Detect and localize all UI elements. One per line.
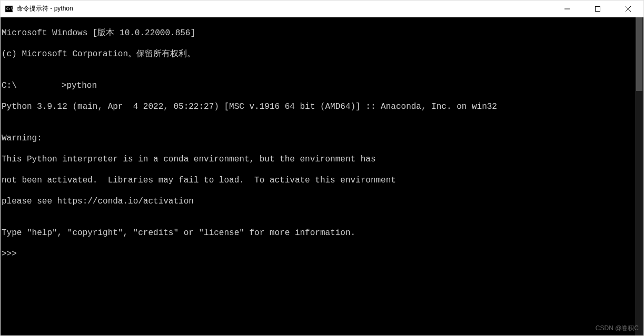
output-line: please see https://conda.io/activation <box>2 196 634 207</box>
output-line: Warning: <box>2 133 634 144</box>
titlebar[interactable]: C:\ 命令提示符 - python <box>1 1 643 17</box>
repl-prompt: >>> <box>2 249 634 259</box>
prompt-suffix: >python <box>62 81 97 90</box>
scrollbar-vertical[interactable] <box>635 17 643 335</box>
maximize-button[interactable] <box>582 1 613 17</box>
output-line: (c) Microsoft Corporation。保留所有权利。 <box>2 49 634 59</box>
redacted-path <box>17 82 62 90</box>
watermark: CSDN @卷积C <box>596 324 639 333</box>
cmd-icon: C:\ <box>5 5 13 13</box>
window-title: 命令提示符 - python <box>17 4 552 13</box>
window: C:\ 命令提示符 - python Microsoft Windows [版本… <box>0 0 644 336</box>
output-line: Python 3.9.12 (main, Apr 4 2022, 05:22:2… <box>2 101 634 112</box>
close-button[interactable] <box>613 1 643 17</box>
svg-text:C:\: C:\ <box>6 7 13 11</box>
output-line: C:\>python <box>2 80 634 91</box>
terminal-output[interactable]: Microsoft Windows [版本 10.0.22000.856] (c… <box>1 17 635 335</box>
output-line: Type "help", "copyright", "credits" or "… <box>2 228 634 238</box>
scrollbar-thumb[interactable] <box>636 17 642 91</box>
output-line: Microsoft Windows [版本 10.0.22000.856] <box>2 28 634 38</box>
minimize-button[interactable] <box>552 1 582 17</box>
svg-rect-3 <box>596 6 600 11</box>
output-line: not been activated. Libraries may fail t… <box>2 175 634 186</box>
window-controls <box>552 1 643 17</box>
output-line: This Python interpreter is in a conda en… <box>2 154 634 165</box>
prompt-prefix: C:\ <box>2 81 17 90</box>
terminal-container: Microsoft Windows [版本 10.0.22000.856] (c… <box>1 17 643 335</box>
